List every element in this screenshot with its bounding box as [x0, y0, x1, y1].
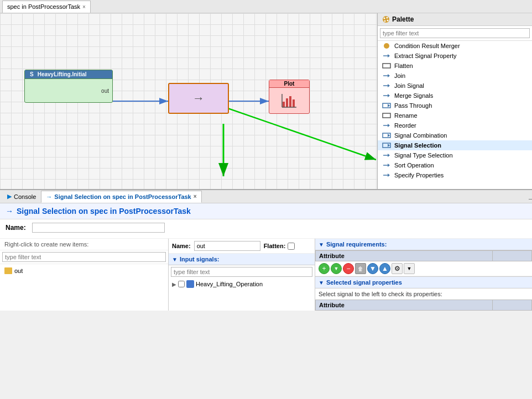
- svg-point-12: [383, 16, 389, 23]
- down-button[interactable]: ▼: [367, 263, 378, 274]
- palette-item-4[interactable]: Join Signal: [378, 81, 532, 91]
- palette-item-label-5: Merge Signals: [394, 92, 433, 99]
- node-heavylifting[interactable]: S HeavyLifting.Initial out: [24, 70, 113, 103]
- palette-item-icon-12: [382, 162, 391, 169]
- top-tab-close[interactable]: ×: [82, 4, 86, 10]
- palette-item-10[interactable]: Signal Selection: [378, 140, 532, 150]
- settings-dropdown-button[interactable]: ▼: [404, 263, 415, 274]
- flatten-checkbox[interactable]: [288, 243, 295, 250]
- flatten-label: Flatten:: [264, 243, 286, 249]
- up-button[interactable]: ▲: [379, 263, 390, 274]
- minimize-button[interactable]: ⎯: [529, 193, 532, 200]
- palette-item-label-4: Join Signal: [394, 82, 424, 89]
- add-dropdown-button[interactable]: ▼: [331, 263, 342, 274]
- middle-filter: [169, 265, 315, 279]
- palette-item-1[interactable]: Extract Signal Property: [378, 51, 532, 61]
- name-input[interactable]: [32, 223, 165, 233]
- svg-rect-8: [289, 96, 291, 107]
- canvas-area[interactable]: S HeavyLifting.Initial out → Plot: [0, 13, 377, 189]
- palette-icon: [382, 15, 390, 23]
- palette-item-5[interactable]: Merge Signals: [378, 91, 532, 101]
- palette-item-11[interactable]: Signal Type Selection: [378, 150, 532, 160]
- middle-panel: Name: Flatten: ▼ Input signals: ▶ Hea: [169, 239, 315, 311]
- selected-signal-label: Selected signal properties: [326, 279, 402, 286]
- attribute-table-2: Attribute: [315, 300, 532, 311]
- settings-button[interactable]: ⚙: [392, 263, 403, 274]
- svg-marker-33: [388, 134, 390, 137]
- palette-list: Condition Result MergerExtract Signal Pr…: [378, 41, 532, 189]
- palette-item-label-6: Pass Through: [394, 102, 432, 109]
- signal-sel-tab-close[interactable]: ×: [194, 193, 197, 200]
- attr2-col2-header: [493, 300, 532, 311]
- palette-item-8[interactable]: Reorder: [378, 120, 532, 130]
- palette-item-label-11: Signal Type Selection: [394, 152, 453, 159]
- signal-sel-tab-icon: →: [46, 193, 52, 200]
- remove-button[interactable]: −: [343, 263, 354, 274]
- left-panel: Right-click to create new items: out: [0, 239, 169, 311]
- bottom-tab-console[interactable]: ▶ Console: [2, 191, 41, 203]
- palette-item-7[interactable]: Rename: [378, 111, 532, 120]
- middle-filter-input[interactable]: [171, 267, 312, 277]
- palette-filter-input[interactable]: [380, 28, 530, 38]
- svg-rect-20: [383, 64, 390, 68]
- add-button[interactable]: +: [319, 263, 330, 274]
- palette-item-icon-8: [382, 122, 391, 129]
- attr-col2-header: [493, 251, 532, 261]
- palette-header: Palette: [378, 13, 532, 26]
- tree-item-out[interactable]: out: [2, 266, 166, 275]
- bottom-tab-signal-selection[interactable]: → Signal Selection on spec in PostProces…: [41, 191, 201, 203]
- palette-item-icon-13: [382, 172, 391, 179]
- svg-point-17: [384, 43, 389, 49]
- svg-rect-9: [293, 99, 295, 107]
- palette-item-12[interactable]: Sort Operation: [378, 160, 532, 170]
- node-plot[interactable]: Plot: [269, 80, 310, 114]
- title-arrow-icon: →: [6, 207, 13, 216]
- delete-button[interactable]: 🗑: [355, 263, 366, 274]
- select-signal-text: Select signal to the left to check its p…: [315, 288, 532, 300]
- palette-item-label-0: Condition Result Merger: [394, 43, 460, 49]
- palette-item-2[interactable]: Flatten: [378, 61, 532, 71]
- top-tab-spec[interactable]: spec in PostProcessorTask ×: [2, 1, 91, 13]
- palette-search: [378, 26, 532, 41]
- input-signals-header: ▼ Input signals:: [169, 254, 315, 265]
- attr-col1-header: Attribute: [316, 251, 493, 261]
- left-panel-search: [0, 250, 168, 264]
- palette-item-9[interactable]: Signal Combination: [378, 130, 532, 140]
- svg-rect-6: [283, 102, 285, 107]
- main-area: S HeavyLifting.Initial out → Plot: [0, 13, 532, 190]
- svg-marker-26: [388, 94, 390, 97]
- svg-marker-28: [388, 104, 390, 107]
- svg-marker-41: [388, 174, 390, 177]
- input-signals-toggle[interactable]: ▼: [172, 256, 178, 262]
- palette-item-icon-5: [382, 92, 391, 99]
- palette-item-3[interactable]: Join: [378, 71, 532, 81]
- svg-point-16: [384, 20, 386, 22]
- palette-item-label-7: Rename: [394, 112, 418, 119]
- attr2-col1-header: Attribute: [316, 300, 493, 311]
- signal-icon: [186, 280, 194, 288]
- signal-checkbox[interactable]: [178, 281, 185, 287]
- node-s-icon: S: [28, 71, 35, 77]
- right-panel: ▼ Signal requirements: Attribute + ▼ −: [315, 239, 532, 311]
- tree-item-out-label: out: [14, 267, 23, 274]
- svg-marker-37: [388, 154, 390, 157]
- selected-signal-toggle[interactable]: ▼: [319, 280, 324, 286]
- left-filter-input[interactable]: [2, 252, 166, 262]
- node-transform[interactable]: →: [168, 83, 229, 114]
- middle-name-input[interactable]: [194, 241, 260, 251]
- palette-item-0[interactable]: Condition Result Merger: [378, 41, 532, 51]
- flatten-row: Flatten:: [264, 243, 295, 250]
- svg-marker-31: [388, 124, 390, 127]
- signal-sel-tab-label: Signal Selection on spec in PostProcesso…: [54, 193, 191, 200]
- bottom-panel: ▶ Console → Signal Selection on spec in …: [0, 190, 532, 311]
- palette-item-13[interactable]: Specify Properties: [378, 170, 532, 180]
- signal-req-toggle[interactable]: ▼: [319, 242, 324, 248]
- palette-item-label-2: Flatten: [394, 62, 413, 69]
- palette: Palette Condition Result MergerExtract S…: [377, 13, 532, 189]
- palette-item-icon-1: [382, 53, 391, 59]
- signal-expand-arrow[interactable]: ▶: [172, 281, 176, 287]
- signal-tree-item[interactable]: ▶ Heavy_Lifting_Operation: [169, 279, 315, 290]
- top-tab-label: spec in PostProcessorTask: [7, 3, 80, 10]
- palette-item-icon-11: [382, 152, 391, 159]
- palette-item-6[interactable]: Pass Through: [378, 101, 532, 111]
